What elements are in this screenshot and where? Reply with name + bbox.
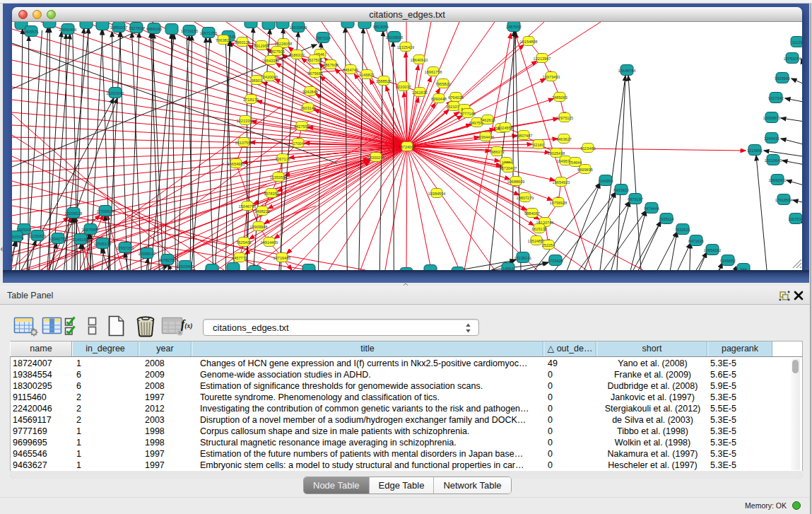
- svg-text:9227342: 9227342: [768, 96, 784, 100]
- svg-text:9329966: 9329966: [775, 76, 790, 81]
- svg-text:8813054: 8813054: [373, 25, 389, 29]
- svg-text:7957224: 7957224: [315, 36, 331, 40]
- svg-text:15909948: 15909948: [250, 225, 268, 229]
- svg-text:62160: 62160: [533, 143, 544, 147]
- svg-text:8471626: 8471626: [688, 239, 704, 243]
- svg-text:18807279: 18807279: [517, 196, 534, 200]
- svg-text:9474444: 9474444: [644, 206, 659, 211]
- svg-text:15136141: 15136141: [514, 256, 532, 260]
- svg-text:3215955: 3215955: [747, 148, 763, 153]
- svg-text:20206528: 20206528: [65, 211, 83, 216]
- svg-text:16543382: 16543382: [262, 59, 280, 63]
- svg-text:2935114: 2935114: [659, 217, 673, 221]
- svg-text:1527602: 1527602: [129, 26, 144, 30]
- svg-text:252254: 252254: [542, 243, 555, 247]
- svg-text:19384554: 19384554: [428, 192, 446, 196]
- svg-text:16961758: 16961758: [425, 70, 442, 74]
- svg-text:1024554: 1024554: [498, 126, 513, 130]
- svg-text:3267130: 3267130: [275, 157, 290, 161]
- svg-text:15226058: 15226058: [275, 42, 293, 46]
- svg-text:9242848: 9242848: [302, 90, 318, 94]
- svg-text:33975887: 33975887: [82, 228, 100, 232]
- svg-text:18300295: 18300295: [367, 156, 385, 160]
- svg-text:12942757: 12942757: [49, 237, 67, 241]
- svg-text:11353594: 11353594: [270, 175, 287, 180]
- svg-text:15046766: 15046766: [239, 204, 257, 209]
- svg-text:9827505: 9827505: [269, 49, 285, 54]
- svg-text:17957263: 17957263: [117, 246, 134, 250]
- svg-text:15692901: 15692901: [769, 178, 787, 182]
- svg-text:15751074: 15751074: [784, 57, 801, 61]
- svg-text:20364436: 20364436: [477, 135, 495, 139]
- svg-text:8960125: 8960125: [235, 40, 250, 45]
- svg-text:9115460: 9115460: [580, 146, 595, 151]
- svg-text:10688609: 10688609: [507, 180, 525, 184]
- svg-text:1145193: 1145193: [73, 238, 88, 242]
- svg-text:12505135: 12505135: [94, 242, 112, 246]
- svg-text:10756928: 10756928: [550, 201, 567, 205]
- svg-text:1167534: 1167534: [788, 217, 802, 221]
- svg-text:6794028: 6794028: [448, 95, 464, 100]
- svg-text:19654923: 19654923: [553, 180, 570, 185]
- svg-text:2487652: 2487652: [506, 25, 522, 29]
- svg-text:11325419: 11325419: [397, 45, 414, 49]
- svg-text:1733426: 1733426: [548, 259, 563, 263]
- svg-text:7955822: 7955822: [435, 82, 451, 86]
- svg-text:10210643: 10210643: [765, 158, 782, 163]
- svg-text:8454749: 8454749: [343, 68, 358, 72]
- svg-text:1244415: 1244415: [764, 136, 779, 141]
- svg-text:11123: 11123: [792, 40, 802, 45]
- svg-text:754644: 754644: [569, 160, 582, 165]
- svg-text:1588520: 1588520: [376, 79, 392, 83]
- svg-text:991531: 991531: [12, 235, 23, 239]
- svg-text:7625402: 7625402: [236, 240, 252, 245]
- svg-text:9699695: 9699695: [577, 168, 593, 172]
- svg-text:8912954: 8912954: [254, 44, 269, 48]
- svg-text:12213389: 12213389: [237, 119, 254, 123]
- svg-text:7663822: 7663822: [216, 38, 231, 42]
- svg-text:10973493: 10973493: [543, 75, 560, 79]
- svg-text:98901: 98901: [251, 78, 262, 83]
- svg-text:10154808: 10154808: [520, 40, 538, 44]
- svg-text:10853257: 10853257: [110, 25, 128, 30]
- svg-text:16033809: 16033809: [290, 25, 307, 30]
- svg-text:1140954: 1140954: [598, 179, 613, 183]
- svg-text:8427552: 8427552: [294, 124, 310, 129]
- svg-text:12923465: 12923465: [177, 264, 194, 269]
- svg-text:12975115: 12975115: [556, 116, 573, 120]
- svg-text:9457771: 9457771: [232, 256, 247, 260]
- svg-text:7986372: 7986372: [489, 150, 505, 154]
- svg-text:10025438: 10025438: [548, 151, 565, 156]
- svg-text:10654162: 10654162: [704, 248, 722, 252]
- svg-text:16654985: 16654985: [228, 162, 245, 166]
- svg-text:6879197: 6879197: [628, 197, 643, 201]
- svg-text:8220037: 8220037: [396, 85, 411, 89]
- svg-text:5578352: 5578352: [264, 192, 279, 196]
- svg-text:10719155: 10719155: [181, 29, 199, 33]
- svg-text:1405571: 1405571: [23, 30, 39, 34]
- svg-text:21053346: 21053346: [107, 91, 124, 95]
- svg-text:18640910: 18640910: [411, 58, 428, 62]
- svg-text:17004: 17004: [293, 141, 304, 146]
- svg-text:13716485: 13716485: [273, 256, 291, 260]
- svg-text:12093873: 12093873: [763, 116, 781, 120]
- svg-text:1615132: 1615132: [531, 227, 547, 231]
- svg-text:8990448: 8990448: [431, 97, 447, 101]
- svg-text:7462616: 7462616: [480, 118, 495, 122]
- svg-text:12213967: 12213967: [534, 57, 551, 61]
- svg-text:18724007: 18724007: [399, 145, 416, 149]
- svg-text:16107553: 16107553: [235, 141, 253, 145]
- svg-text:9463627: 9463627: [556, 137, 572, 141]
- svg-text:15720407: 15720407: [500, 166, 517, 170]
- svg-text:9884067: 9884067: [524, 211, 540, 216]
- svg-text:9777169: 9777169: [460, 112, 476, 116]
- svg-text:7485063: 7485063: [552, 95, 567, 100]
- svg-text:8186323: 8186323: [289, 53, 305, 57]
- svg-text:1362635: 1362635: [412, 90, 428, 95]
- svg-text:16648784: 16648784: [618, 69, 636, 73]
- svg-text:3498222: 3498222: [254, 209, 270, 214]
- svg-text:10807487: 10807487: [515, 134, 533, 138]
- svg-text:17916504: 17916504: [775, 198, 793, 202]
- svg-text:7632621: 7632621: [675, 228, 690, 232]
- svg-text:11156829: 11156829: [29, 234, 46, 238]
